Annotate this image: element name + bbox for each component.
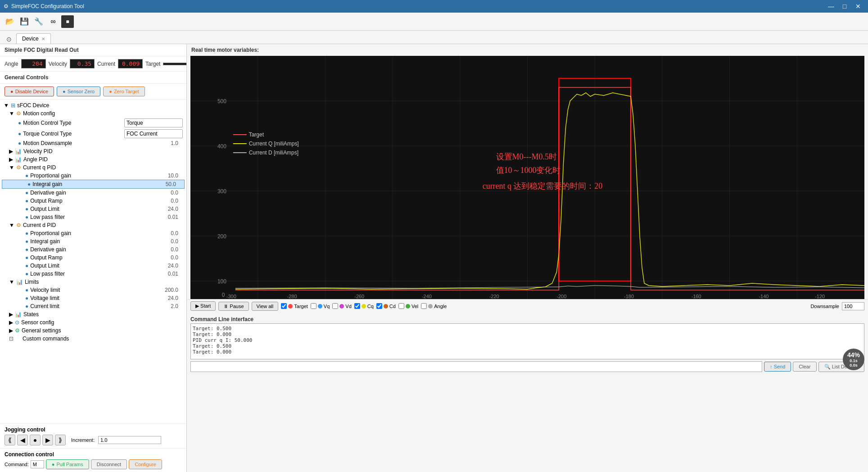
limits-label: Limits xyxy=(25,279,39,285)
svg-text:current q 达到稳定需要的时间：20: current q 达到稳定需要的时间：20 xyxy=(483,182,603,191)
close-button[interactable]: ✕ xyxy=(852,1,864,11)
jog-stop-button[interactable]: ● xyxy=(30,435,41,445)
target-value xyxy=(163,63,187,65)
motion-ctrl-select[interactable]: Torque Velocity Angle xyxy=(124,118,183,127)
tree-sensor-config[interactable]: ▶ ⊙ Sensor config xyxy=(0,318,186,327)
sensor-zero-button[interactable]: ● Sensor Zero xyxy=(57,86,100,96)
tree-current-q-pid[interactable]: ▼ ⚙ Current q PID xyxy=(0,163,186,172)
settings-button[interactable]: 🔧 xyxy=(32,15,45,28)
svg-text:-280: -280 xyxy=(287,294,297,299)
tree-general-settings[interactable]: ▶ ⚙ General settings xyxy=(0,327,186,335)
cd-checkbox[interactable] xyxy=(376,303,382,309)
maximize-button[interactable]: □ xyxy=(838,1,851,11)
save-button[interactable]: 💾 xyxy=(18,15,31,28)
zero-target-button[interactable]: ● Zero Target xyxy=(103,86,145,96)
pause-button[interactable]: ⏸ Pause xyxy=(218,302,249,311)
cq-color-dot xyxy=(362,304,366,309)
velocity-pid-expand[interactable]: ▶ xyxy=(9,148,13,154)
states-expand[interactable]: ▶ xyxy=(9,311,13,318)
pull-params-label: Pull Params xyxy=(56,462,83,467)
downsample-input[interactable] xyxy=(842,302,864,310)
prop-d-icon: ● xyxy=(25,230,28,236)
command-line-section: Command Line interface Target: 0.500 Tar… xyxy=(187,313,868,374)
states-label: States xyxy=(23,311,39,318)
tab-device[interactable]: Device ✕ xyxy=(16,33,51,44)
tree-states[interactable]: ▶ 📊 States xyxy=(0,310,186,318)
tree-motion-config[interactable]: ▼ ⚙ Motion config xyxy=(0,109,186,118)
angle-checkbox-item[interactable]: Angle xyxy=(421,303,447,309)
open-button[interactable]: 📂 xyxy=(4,15,16,28)
tab-close-icon[interactable]: ✕ xyxy=(41,36,45,41)
svg-text:设置M0---M0.5时: 设置M0---M0.5时 xyxy=(496,152,557,161)
torque-ctrl-select[interactable]: FOC Current DC Current Voltage xyxy=(124,129,183,138)
target-checkbox-item[interactable]: Target xyxy=(281,303,308,309)
cmd-text-input[interactable] xyxy=(190,361,762,372)
svg-text:-140: -140 xyxy=(759,294,769,299)
chart-header: Real time motor variables: xyxy=(187,44,868,56)
view-all-label: View all xyxy=(257,304,274,309)
send-button[interactable]: ↑ Send xyxy=(764,362,791,372)
sensor-expand[interactable]: ▶ xyxy=(9,319,13,326)
tree-velocity-pid[interactable]: ▶ 📊 Velocity PID xyxy=(0,147,186,155)
tree-custom-commands[interactable]: ⊡ Custom commands xyxy=(0,335,186,343)
toolbar: 📂 💾 🔧 ∞ ■ xyxy=(0,13,868,31)
current-d-expand[interactable]: ▼ xyxy=(9,222,14,228)
minimize-button[interactable]: — xyxy=(825,1,837,11)
vq-checkbox[interactable] xyxy=(311,303,316,309)
vd-checkbox[interactable] xyxy=(332,303,338,309)
clear-button[interactable]: Clear xyxy=(793,362,816,372)
loop-button[interactable]: ∞ xyxy=(47,15,59,28)
view-all-button[interactable]: View all xyxy=(252,302,279,311)
custom-cmd-icon: ⊡ xyxy=(9,336,14,342)
vel-checkbox[interactable] xyxy=(398,303,404,309)
deriv-d-value: 0.0 xyxy=(171,246,183,253)
command-input[interactable] xyxy=(31,460,44,468)
vd-checkbox-item[interactable]: Vd xyxy=(332,303,351,309)
jog-rewind-button[interactable]: ⟪ xyxy=(5,435,15,445)
increment-input[interactable] xyxy=(98,436,161,444)
tree-motion-control-type[interactable]: ● Motion Control Type Torque Velocity An… xyxy=(0,118,186,128)
angle-pid-expand[interactable]: ▶ xyxy=(9,156,13,163)
vel-limit-label: Velocity limit xyxy=(30,287,165,293)
sensor-icon: ⊙ xyxy=(15,319,19,326)
tree-sfoc-device[interactable]: ▼ ⊞ sFOC Device xyxy=(0,101,186,109)
states-icon: 📊 xyxy=(15,311,22,318)
motion-collapse-icon[interactable]: ▼ xyxy=(9,110,14,117)
jog-forward-button[interactable]: ▶ xyxy=(42,435,53,445)
pull-params-button[interactable]: ● Pull Params xyxy=(46,459,89,469)
jog-back-button[interactable]: ◀ xyxy=(17,435,28,445)
start-button[interactable]: ▶ Start xyxy=(190,301,216,311)
vel-checkbox-item[interactable]: Vel xyxy=(398,303,418,309)
vq-color-dot xyxy=(318,304,322,309)
disconnect-button[interactable]: Disconnect xyxy=(91,459,127,469)
tree-current-limit: ● Current limit 2.0 xyxy=(0,302,186,310)
deriv-d-icon: ● xyxy=(25,246,28,253)
tree-current-d-pid[interactable]: ▼ ⚙ Current d PID xyxy=(0,221,186,229)
target-checkbox[interactable] xyxy=(281,303,287,309)
tree-integral-gain-q[interactable]: ● Integral gain 50.0 xyxy=(2,180,185,189)
tree-limits[interactable]: ▼ 📊 Limits xyxy=(0,278,186,286)
jog-fastforward-button[interactable]: ⟫ xyxy=(55,435,66,445)
tree-angle-pid[interactable]: ▶ 📊 Angle PID xyxy=(0,155,186,163)
jogging-control-section: Jogging control ⟪ ◀ ● ▶ ⟫ Increment: xyxy=(0,423,186,448)
cq-checkbox-item[interactable]: Cq xyxy=(354,303,374,309)
configure-button[interactable]: Configure xyxy=(129,459,162,469)
disable-device-icon: ● xyxy=(10,89,14,94)
general-settings-label: General settings xyxy=(22,327,61,334)
sfoc-collapse-icon[interactable]: ▼ xyxy=(4,102,9,109)
main-layout: Simple FOC Digital Read Out Angle 204 Ve… xyxy=(0,44,868,472)
limits-expand[interactable]: ▼ xyxy=(9,279,14,285)
jog-controls-row: ⟪ ◀ ● ▶ ⟫ Increment: xyxy=(5,435,182,445)
motion-config-icon: ⚙ xyxy=(16,110,21,117)
disable-device-button[interactable]: ● Disable Device xyxy=(5,86,54,96)
terminal-button[interactable]: ■ xyxy=(61,15,74,28)
tree-torque-control-type[interactable]: ● Torque Control Type FOC Current DC Cur… xyxy=(0,128,186,139)
svg-text:-260: -260 xyxy=(354,294,364,299)
vq-checkbox-item[interactable]: Vq xyxy=(311,303,330,309)
angle-checkbox[interactable] xyxy=(421,303,427,309)
cd-checkbox-item[interactable]: Cd xyxy=(376,303,396,309)
current-q-expand[interactable]: ▼ xyxy=(9,164,14,171)
integ-q-label: Integral gain xyxy=(32,181,165,187)
cq-checkbox[interactable] xyxy=(354,303,360,309)
general-settings-expand[interactable]: ▶ xyxy=(9,327,13,334)
